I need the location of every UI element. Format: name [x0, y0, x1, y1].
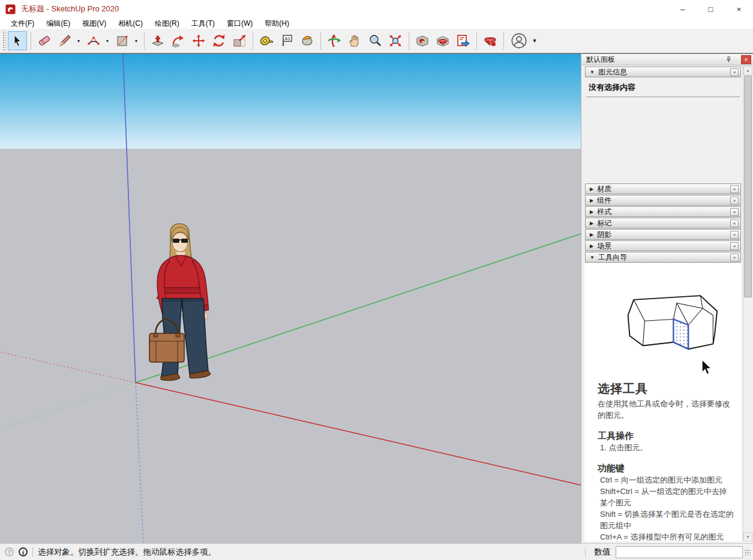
- instructor-description: 在使用其他工具或命令时，选择要修改的图元。: [598, 398, 734, 421]
- extension-warehouse-button[interactable]: [433, 31, 452, 50]
- pin-icon[interactable]: [724, 55, 733, 64]
- section-close-button[interactable]: ×: [730, 219, 739, 227]
- zoom-extents-tool-button[interactable]: [386, 31, 405, 50]
- chevron-right-icon: ▶: [590, 186, 593, 192]
- push-pull-tool-button[interactable]: [148, 31, 167, 50]
- rectangle-tool-dropdown[interactable]: ▼: [133, 31, 140, 50]
- 3d-warehouse-icon: [415, 34, 430, 48]
- paint-bucket-icon: [300, 34, 314, 48]
- red-axis: [136, 383, 581, 485]
- tool-operation-heading: 工具操作: [598, 430, 734, 442]
- menu-help[interactable]: 帮助(H): [259, 18, 295, 29]
- move-tool-button[interactable]: [189, 31, 208, 50]
- section-close-button[interactable]: ×: [730, 208, 739, 216]
- menu-file[interactable]: 文件(F): [5, 18, 40, 29]
- section-scenes[interactable]: ▶ 场景 ×: [585, 240, 741, 251]
- panel-scrollbar[interactable]: ▲ ▼: [743, 66, 752, 541]
- minimize-button[interactable]: –: [668, 0, 697, 18]
- red-axis-dotted: [0, 352, 136, 383]
- 3d-warehouse-button[interactable]: [413, 31, 432, 50]
- status-hint: 选择对象。切换到扩充选择。拖动鼠标选择多项。: [38, 547, 216, 558]
- toolbar-separator: [31, 32, 31, 50]
- instructor-header[interactable]: ▼ 工具向导 ×: [585, 252, 741, 263]
- separator: [586, 97, 740, 97]
- section-components[interactable]: ▶ 组件 ×: [585, 195, 741, 206]
- scale-icon: [232, 34, 247, 48]
- section-close-button[interactable]: ×: [730, 231, 739, 239]
- tape-measure-tool-button[interactable]: [257, 31, 276, 50]
- text-icon: A1: [280, 34, 294, 48]
- eraser-icon: [37, 34, 52, 48]
- model-viewport[interactable]: [0, 53, 581, 543]
- scroll-down-arrow-icon[interactable]: ▼: [743, 532, 752, 541]
- account-button[interactable]: [508, 31, 530, 50]
- extension-manager-icon: [483, 34, 497, 48]
- entity-info-close-button[interactable]: ×: [730, 68, 739, 76]
- toolbar-grip[interactable]: [2, 31, 6, 51]
- close-button[interactable]: ×: [725, 0, 753, 18]
- menu-tools[interactable]: 工具(T): [185, 18, 221, 29]
- orbit-tool-button[interactable]: [325, 31, 344, 50]
- maximize-button[interactable]: □: [697, 0, 725, 18]
- send-to-layout-button[interactable]: [454, 31, 473, 50]
- rotate-tool-button[interactable]: [209, 31, 229, 50]
- pan-tool-button[interactable]: [345, 31, 364, 50]
- section-tags[interactable]: ▶ 标记 ×: [585, 218, 741, 228]
- select-tool-button[interactable]: [8, 31, 27, 50]
- text-tool-button[interactable]: A1: [277, 31, 296, 50]
- instructor-close-button[interactable]: ×: [730, 254, 739, 261]
- toolbar-separator: [144, 32, 145, 50]
- toolbar: ▼ ▼ ▼ A1: [0, 29, 753, 53]
- rectangle-tool-button[interactable]: [113, 31, 132, 50]
- chevron-right-icon: ▶: [590, 198, 593, 203]
- scrollbar-thumb[interactable]: [744, 76, 752, 297]
- instructor-label: 工具向导: [598, 252, 627, 263]
- line-tool-button[interactable]: [55, 31, 74, 50]
- sketchup-logo-icon: [5, 4, 16, 14]
- section-close-button[interactable]: ×: [730, 185, 739, 193]
- menu-window[interactable]: 窗口(W): [221, 18, 259, 29]
- section-close-button[interactable]: ×: [730, 242, 739, 250]
- line-tool-dropdown[interactable]: ▼: [75, 31, 82, 50]
- scale-tool-button[interactable]: [230, 31, 249, 50]
- section-label: 组件: [597, 195, 611, 206]
- zoom-tool-button[interactable]: [365, 31, 385, 50]
- arc-tool-button[interactable]: [84, 31, 103, 50]
- blue-axis: [123, 54, 136, 383]
- section-close-button[interactable]: ×: [730, 197, 739, 204]
- arc-tool-dropdown[interactable]: ▼: [104, 31, 111, 50]
- paint-bucket-tool-button[interactable]: [298, 31, 317, 50]
- modifier-item: Ctrl = 向一组选定的图元中添加图元: [600, 474, 734, 486]
- menu-view[interactable]: 视图(V): [76, 18, 112, 29]
- sketchup-window: 无标题 - SketchUp Pro 2020 – □ × 文件(F) 编辑(E…: [0, 0, 753, 560]
- modifier-item: Shift+Ctrl = 从一组选定的图元中去掉某个图元: [600, 486, 734, 508]
- entity-info-label: 图元信息: [598, 67, 627, 77]
- drawing-axes: [0, 54, 581, 543]
- info-icon[interactable]: i: [19, 547, 28, 556]
- menu-camera[interactable]: 相机(C): [112, 18, 149, 29]
- window-controls: – □ ×: [668, 0, 753, 18]
- rectangle-icon: [115, 34, 130, 48]
- section-styles[interactable]: ▶ 样式 ×: [585, 206, 741, 217]
- section-shadows[interactable]: ▶ 阴影 ×: [585, 229, 741, 240]
- eraser-tool-button[interactable]: [35, 31, 54, 50]
- section-materials[interactable]: ▶ 材质 ×: [585, 183, 741, 194]
- account-dropdown[interactable]: ▼: [531, 31, 538, 50]
- geolocation-help-icon[interactable]: ?: [5, 547, 14, 556]
- panel-close-button[interactable]: ×: [741, 55, 751, 64]
- entity-info-header[interactable]: ▼ 图元信息 ×: [585, 67, 741, 77]
- menu-bar: 文件(F) 编辑(E) 视图(V) 相机(C) 绘图(R) 工具(T) 窗口(W…: [0, 18, 753, 29]
- scroll-up-arrow-icon[interactable]: ▲: [743, 66, 752, 75]
- resize-grip[interactable]: [745, 549, 751, 555]
- measurement-label: 数值: [594, 547, 611, 558]
- rotate-icon: [212, 34, 226, 48]
- measurement-input[interactable]: [616, 546, 743, 558]
- orbit-icon: [327, 34, 341, 48]
- extension-manager-button[interactable]: [481, 31, 500, 50]
- menu-edit[interactable]: 编辑(E): [40, 18, 76, 29]
- menu-draw[interactable]: 绘图(R): [149, 18, 185, 29]
- follow-me-tool-button[interactable]: [169, 31, 188, 50]
- scene-drawing: [0, 54, 581, 543]
- select-arrow-icon: [10, 34, 25, 48]
- status-bar: ? i 选择对象。切换到扩充选择。拖动鼠标选择多项。 数值: [0, 543, 753, 560]
